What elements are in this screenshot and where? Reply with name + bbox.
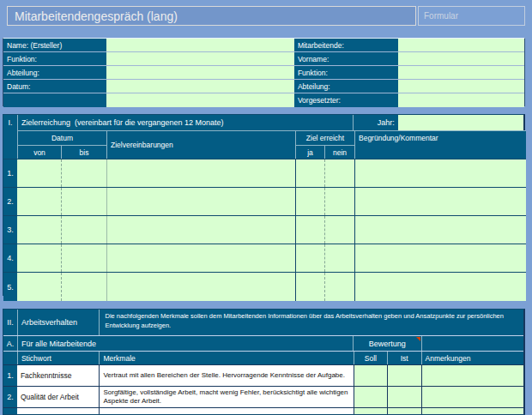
label-abteilung-rechts: Abteilung: xyxy=(294,80,399,93)
ja-input[interactable] xyxy=(295,244,324,272)
begruendung-input[interactable] xyxy=(354,244,526,272)
zielvereinbarung-input[interactable] xyxy=(106,159,295,187)
abteilung-rechts-field[interactable] xyxy=(398,80,524,93)
col-merkmale: Merkmale xyxy=(99,352,354,364)
von-input[interactable] xyxy=(17,273,61,301)
num-col-header xyxy=(3,130,17,159)
soll-input[interactable] xyxy=(354,365,387,386)
form-row: Datum: Abteilung: xyxy=(3,80,524,93)
col-ja: ja xyxy=(295,145,324,159)
anmerkungen-input[interactable] xyxy=(421,408,523,415)
col-von: von xyxy=(17,145,61,159)
col-bis: bis xyxy=(61,145,106,159)
bis-input[interactable] xyxy=(61,159,106,187)
col-nein: nein xyxy=(324,145,354,159)
leer-field[interactable] xyxy=(106,93,294,107)
col-ist: Ist xyxy=(387,352,421,364)
behavior-row: 1. Fachkenntnisse Vertraut mit allen Ber… xyxy=(3,364,523,386)
begruendung-input[interactable] xyxy=(354,216,526,244)
anmerkungen-input[interactable] xyxy=(421,387,523,407)
col-soll: Soll xyxy=(354,352,387,364)
goal-row-number: 2. xyxy=(3,188,17,215)
datum-field[interactable] xyxy=(106,80,294,93)
ist-input[interactable] xyxy=(387,365,421,386)
section1-title: Zielerreichung (vereinbart für die verga… xyxy=(17,115,353,130)
ja-input[interactable] xyxy=(295,188,324,215)
info-form: Name: (Ersteller) Mitarbeitende: Funktio… xyxy=(3,38,525,106)
section2-description-text: Die nachfolgenden Merkmale sollen dem Mi… xyxy=(100,310,523,334)
nein-input[interactable] xyxy=(324,188,354,215)
mitarbeitende-field[interactable] xyxy=(398,39,524,51)
label-funktion-links: Funktion: xyxy=(3,52,106,65)
vorname-field[interactable] xyxy=(398,52,524,65)
bis-input[interactable] xyxy=(61,273,106,301)
goals-table-header: Datum von bis Zielvereinbarungen Ziel er… xyxy=(3,130,526,159)
bis-input[interactable] xyxy=(61,216,106,244)
bewertung-header: Bewertung xyxy=(353,336,421,351)
von-input[interactable] xyxy=(17,216,61,244)
ist-input[interactable] xyxy=(387,387,421,407)
ja-input[interactable] xyxy=(295,216,324,244)
name-ersteller-field[interactable] xyxy=(106,39,294,51)
label-leer xyxy=(3,93,106,107)
merkmale-cell: Sorgfältige, vollständige Arbeit, macht … xyxy=(99,387,354,407)
bis-input[interactable] xyxy=(61,188,106,215)
begruendung-input[interactable] xyxy=(354,273,526,301)
stichwort-cell: Produktivität xyxy=(17,408,100,415)
ja-input[interactable] xyxy=(295,273,324,301)
behavior-row-number: 2. xyxy=(3,387,17,407)
form-row: Abteilung: Funktion: xyxy=(3,66,524,80)
section2-title: Arbeitsverhalten xyxy=(17,310,100,335)
bis-input[interactable] xyxy=(61,244,106,272)
behavior-row: 3. Produktivität Erfüllt Anforderungen b… xyxy=(3,407,523,415)
label-datum: Datum: xyxy=(3,80,106,93)
funktion-links-field[interactable] xyxy=(106,52,294,65)
ja-input[interactable] xyxy=(295,159,324,187)
zielvereinbarung-input[interactable] xyxy=(106,273,295,301)
soll-input[interactable] xyxy=(354,408,387,415)
goal-row-number: 1. xyxy=(3,159,17,187)
label-vorname: Vorname: xyxy=(294,52,399,65)
section-arbeitsverhalten: II. Arbeitsverhalten Die nachfolgenden M… xyxy=(3,309,525,415)
goal-row: 1. xyxy=(3,159,526,187)
zielvereinbarung-input[interactable] xyxy=(106,188,295,215)
subsection-a-index: A. xyxy=(3,336,17,351)
vorgesetzter-field[interactable] xyxy=(398,93,524,107)
label-vorgesetzter: Vorgesetzter: xyxy=(294,93,399,107)
col-begruendung: Begründung/Kommentar xyxy=(354,130,526,159)
bewertung-label: Bewertung xyxy=(369,340,406,348)
goal-row: 4. xyxy=(3,244,526,272)
von-input[interactable] xyxy=(17,244,61,272)
formular-badge: Formular xyxy=(418,6,525,26)
col-ziel-erreicht: Ziel erreicht xyxy=(295,130,354,145)
merkmale-cell: Vertraut mit allen Bereichen der Stelle.… xyxy=(99,365,354,386)
abteilung-links-field[interactable] xyxy=(106,66,294,79)
funktion-rechts-field[interactable] xyxy=(398,66,524,79)
ist-input[interactable] xyxy=(387,408,421,415)
num-col-header2 xyxy=(3,352,17,364)
zielvereinbarung-input[interactable] xyxy=(106,244,295,272)
nein-input[interactable] xyxy=(324,273,354,301)
goal-row: 2. xyxy=(3,187,526,215)
anmerkungen-input[interactable] xyxy=(421,365,523,386)
zielvereinbarung-input[interactable] xyxy=(106,216,295,244)
begruendung-input[interactable] xyxy=(354,188,526,215)
goal-row-number: 3. xyxy=(3,216,17,244)
label-name-ersteller: Name: (Ersteller) xyxy=(3,39,106,51)
von-input[interactable] xyxy=(17,188,61,215)
goal-row: 5. xyxy=(3,272,526,301)
col-zielvereinbarungen: Zielvereinbarungen xyxy=(106,130,295,159)
von-input[interactable] xyxy=(17,159,61,187)
merkmale-cell: Erfüllt Anforderungen bezüglich Quantitä… xyxy=(99,408,354,415)
merkmale-text: Sorgfältige, vollständige Arbeit, macht … xyxy=(103,388,354,406)
goals-rows: 1. 2. 3. xyxy=(3,159,526,297)
form-row: Funktion: Vorname: xyxy=(3,52,524,66)
jahr-field[interactable] xyxy=(398,115,523,130)
comment-marker-icon xyxy=(416,337,420,341)
begruendung-input[interactable] xyxy=(354,159,526,187)
soll-input[interactable] xyxy=(354,387,387,407)
form-row: Vorgesetzter: xyxy=(3,93,524,107)
nein-input[interactable] xyxy=(324,216,354,244)
nein-input[interactable] xyxy=(324,244,354,272)
nein-input[interactable] xyxy=(324,159,354,187)
